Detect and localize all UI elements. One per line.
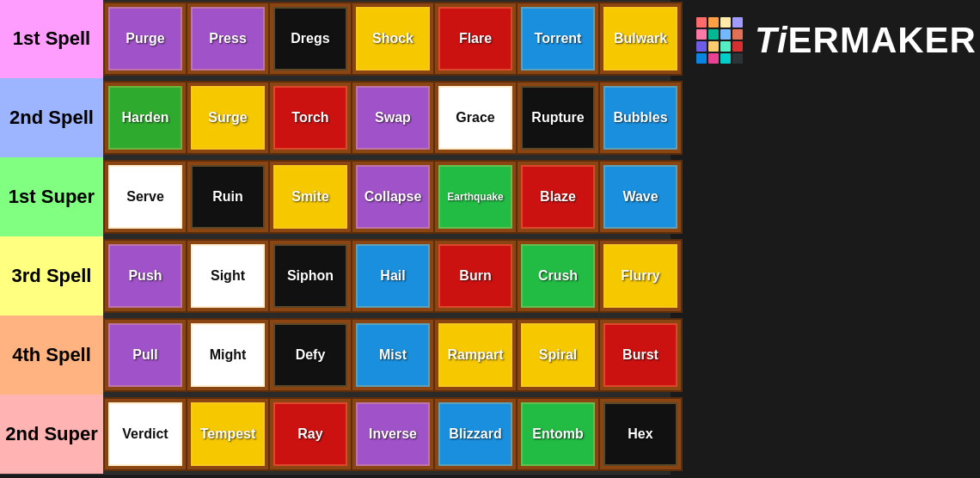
tier-row-3rd-spell: 3rd SpellPushSightSiphonHailBurnCrushFlu… — [0, 237, 671, 316]
logo-dot-11 — [732, 41, 743, 52]
tier-row-1st-super: 1st SuperServeRuinSmiteCollapseEarthquak… — [0, 158, 671, 237]
tier-label-3rd-spell: 3rd Spell — [0, 236, 103, 316]
logo-dot-9 — [708, 41, 719, 52]
cell-dregs[interactable]: Dregs — [270, 3, 351, 74]
tier-label-2nd-spell: 2nd Spell — [0, 78, 103, 157]
logo-dot-4 — [696, 29, 707, 40]
cell-wave[interactable]: Wave — [600, 162, 681, 232]
tier-cells-3rd-spell: PushSightSiphonHailBurnCrushFlurry — [103, 236, 683, 316]
tier-label-2nd-super: 2nd Super — [0, 395, 103, 474]
logo-dot-2 — [720, 17, 731, 28]
right-panel: TiERMAKER — [671, 0, 980, 478]
tier-row-1st-spell: 1st SpellPurgePressDregsShockFlareTorren… — [0, 0, 671, 79]
cell-harden[interactable]: Harden — [105, 83, 186, 153]
cell-press[interactable]: Press — [187, 3, 268, 74]
cell-tempest[interactable]: Tempest — [187, 399, 268, 469]
tier-row-2nd-spell: 2nd SpellHardenSurgeTorchSwapGraceRuptur… — [0, 79, 671, 158]
cell-might[interactable]: Might — [187, 320, 268, 390]
cell-push[interactable]: Push — [105, 241, 186, 311]
cell-mist[interactable]: Mist — [352, 320, 433, 390]
cell-flurry[interactable]: Flurry — [600, 241, 681, 311]
cell-serve[interactable]: Serve — [105, 162, 186, 232]
cell-spiral[interactable]: Spiral — [518, 320, 598, 390]
logo-container: TiERMAKER — [696, 17, 977, 64]
cell-sight[interactable]: Sight — [187, 241, 268, 311]
cell-burst[interactable]: Burst — [600, 320, 681, 390]
cell-purge[interactable]: Purge — [105, 3, 186, 74]
cell-bubbles[interactable]: Bubbles — [600, 83, 681, 153]
cell-swap[interactable]: Swap — [352, 83, 433, 153]
cell-flare[interactable]: Flare — [435, 3, 516, 74]
cell-earthquake[interactable]: Earthquake — [435, 162, 516, 232]
cell-smite[interactable]: Smite — [270, 162, 351, 232]
logo-text: TiERMAKER — [755, 20, 977, 61]
cell-inverse[interactable]: Inverse — [352, 399, 433, 469]
logo-dot-7 — [732, 29, 743, 40]
logo-dot-12 — [696, 53, 707, 64]
logo-dot-8 — [696, 41, 707, 52]
tier-label-1st-spell: 1st Spell — [0, 0, 103, 78]
logo-dot-5 — [708, 29, 719, 40]
cell-burn[interactable]: Burn — [435, 241, 516, 311]
cell-rampart[interactable]: Rampart — [435, 320, 516, 390]
logo-dot-14 — [720, 53, 731, 64]
tier-cells-2nd-super: VerdictTempestRayInverseBlizzardEntombHe… — [103, 395, 683, 474]
cell-blaze[interactable]: Blaze — [518, 162, 598, 232]
cell-bulwark[interactable]: Bulwark — [600, 3, 681, 74]
tier-label-4th-spell: 4th Spell — [0, 316, 103, 395]
tier-table: 1st SpellPurgePressDregsShockFlareTorren… — [0, 0, 671, 478]
tier-label-1st-super: 1st Super — [0, 157, 103, 236]
cell-torrent[interactable]: Torrent — [518, 3, 598, 74]
cell-rupture[interactable]: Rupture — [518, 83, 598, 153]
logo-dot-6 — [720, 29, 731, 40]
cell-torch[interactable]: Torch — [270, 83, 351, 153]
tier-row-4th-spell: 4th SpellPullMightDefyMistRampartSpiralB… — [0, 316, 671, 395]
cell-shock[interactable]: Shock — [352, 3, 433, 74]
logo-grid — [696, 17, 743, 64]
cell-collapse[interactable]: Collapse — [352, 162, 433, 232]
cell-defy[interactable]: Defy — [270, 320, 351, 390]
cell-hex[interactable]: Hex — [600, 399, 681, 469]
logo-dot-3 — [732, 17, 743, 28]
cell-pull[interactable]: Pull — [105, 320, 186, 390]
tier-cells-2nd-spell: HardenSurgeTorchSwapGraceRuptureBubbles — [103, 78, 683, 157]
cell-entomb[interactable]: Entomb — [518, 399, 598, 469]
cell-ray[interactable]: Ray — [270, 399, 351, 469]
tier-cells-4th-spell: PullMightDefyMistRampartSpiralBurst — [103, 316, 683, 395]
cell-crush[interactable]: Crush — [518, 241, 598, 311]
logo-dot-0 — [696, 17, 707, 28]
cell-siphon[interactable]: Siphon — [270, 241, 351, 311]
cell-blizzard[interactable]: Blizzard — [435, 399, 516, 469]
logo-dot-1 — [708, 17, 719, 28]
tier-cells-1st-spell: PurgePressDregsShockFlareTorrentBulwark — [103, 0, 683, 78]
cell-surge[interactable]: Surge — [187, 83, 268, 153]
cell-grace[interactable]: Grace — [435, 83, 516, 153]
tier-row-2nd-super: 2nd SuperVerdictTempestRayInverseBlizzar… — [0, 395, 671, 475]
tier-cells-1st-super: ServeRuinSmiteCollapseEarthquakeBlazeWav… — [103, 157, 683, 236]
cell-hail[interactable]: Hail — [352, 241, 433, 311]
cell-verdict[interactable]: Verdict — [105, 399, 186, 469]
cell-ruin[interactable]: Ruin — [187, 162, 268, 232]
logo-dot-13 — [708, 53, 719, 64]
logo-dot-10 — [720, 41, 731, 52]
logo-dot-15 — [732, 53, 743, 64]
